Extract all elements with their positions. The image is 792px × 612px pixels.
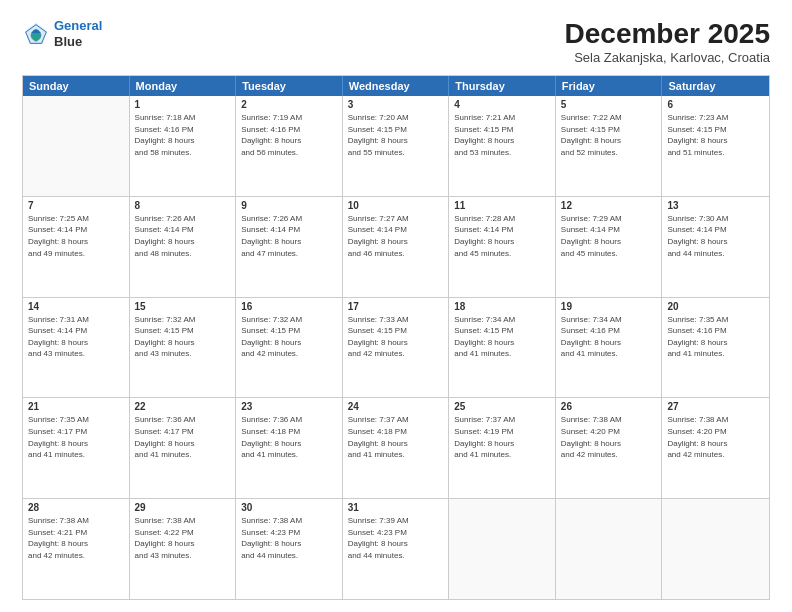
day-number: 31 <box>348 502 444 513</box>
day-number: 15 <box>135 301 231 312</box>
day-number: 10 <box>348 200 444 211</box>
logo-icon <box>22 20 50 48</box>
weekday-header: Tuesday <box>236 76 343 96</box>
day-number: 16 <box>241 301 337 312</box>
calendar-subtitle: Sela Zakanjska, Karlovac, Croatia <box>565 50 770 65</box>
day-info: Sunrise: 7:18 AMSunset: 4:16 PMDaylight:… <box>135 112 231 158</box>
weekday-header: Wednesday <box>343 76 450 96</box>
day-info: Sunrise: 7:30 AMSunset: 4:14 PMDaylight:… <box>667 213 764 259</box>
day-number: 26 <box>561 401 657 412</box>
calendar-cell: 2Sunrise: 7:19 AMSunset: 4:16 PMDaylight… <box>236 96 343 196</box>
calendar-cell: 3Sunrise: 7:20 AMSunset: 4:15 PMDaylight… <box>343 96 450 196</box>
day-info: Sunrise: 7:34 AMSunset: 4:16 PMDaylight:… <box>561 314 657 360</box>
weekday-header: Sunday <box>23 76 130 96</box>
day-number: 5 <box>561 99 657 110</box>
day-number: 29 <box>135 502 231 513</box>
day-number: 19 <box>561 301 657 312</box>
day-number: 20 <box>667 301 764 312</box>
calendar-cell: 23Sunrise: 7:36 AMSunset: 4:18 PMDayligh… <box>236 398 343 498</box>
day-info: Sunrise: 7:32 AMSunset: 4:15 PMDaylight:… <box>241 314 337 360</box>
calendar-cell: 21Sunrise: 7:35 AMSunset: 4:17 PMDayligh… <box>23 398 130 498</box>
calendar-cell: 16Sunrise: 7:32 AMSunset: 4:15 PMDayligh… <box>236 298 343 398</box>
calendar-cell: 14Sunrise: 7:31 AMSunset: 4:14 PMDayligh… <box>23 298 130 398</box>
calendar-cell: 7Sunrise: 7:25 AMSunset: 4:14 PMDaylight… <box>23 197 130 297</box>
calendar-cell: 1Sunrise: 7:18 AMSunset: 4:16 PMDaylight… <box>130 96 237 196</box>
day-number: 24 <box>348 401 444 412</box>
calendar-header: SundayMondayTuesdayWednesdayThursdayFrid… <box>23 76 769 96</box>
calendar-cell: 13Sunrise: 7:30 AMSunset: 4:14 PMDayligh… <box>662 197 769 297</box>
day-number: 11 <box>454 200 550 211</box>
calendar-cell <box>556 499 663 599</box>
day-number: 12 <box>561 200 657 211</box>
day-number: 7 <box>28 200 124 211</box>
day-info: Sunrise: 7:38 AMSunset: 4:20 PMDaylight:… <box>561 414 657 460</box>
calendar-cell: 24Sunrise: 7:37 AMSunset: 4:18 PMDayligh… <box>343 398 450 498</box>
calendar-cell <box>662 499 769 599</box>
calendar-cell: 31Sunrise: 7:39 AMSunset: 4:23 PMDayligh… <box>343 499 450 599</box>
calendar: SundayMondayTuesdayWednesdayThursdayFrid… <box>22 75 770 600</box>
title-block: December 2025 Sela Zakanjska, Karlovac, … <box>565 18 770 65</box>
logo: General Blue <box>22 18 102 49</box>
calendar-cell: 4Sunrise: 7:21 AMSunset: 4:15 PMDaylight… <box>449 96 556 196</box>
day-info: Sunrise: 7:26 AMSunset: 4:14 PMDaylight:… <box>135 213 231 259</box>
calendar-cell: 29Sunrise: 7:38 AMSunset: 4:22 PMDayligh… <box>130 499 237 599</box>
day-number: 18 <box>454 301 550 312</box>
day-info: Sunrise: 7:27 AMSunset: 4:14 PMDaylight:… <box>348 213 444 259</box>
day-number: 25 <box>454 401 550 412</box>
day-info: Sunrise: 7:25 AMSunset: 4:14 PMDaylight:… <box>28 213 124 259</box>
weekday-header: Saturday <box>662 76 769 96</box>
logo-text: General Blue <box>54 18 102 49</box>
day-info: Sunrise: 7:38 AMSunset: 4:22 PMDaylight:… <box>135 515 231 561</box>
header: General Blue December 2025 Sela Zakanjsk… <box>22 18 770 65</box>
day-info: Sunrise: 7:28 AMSunset: 4:14 PMDaylight:… <box>454 213 550 259</box>
day-number: 17 <box>348 301 444 312</box>
day-info: Sunrise: 7:37 AMSunset: 4:18 PMDaylight:… <box>348 414 444 460</box>
weekday-header: Thursday <box>449 76 556 96</box>
day-info: Sunrise: 7:33 AMSunset: 4:15 PMDaylight:… <box>348 314 444 360</box>
day-number: 2 <box>241 99 337 110</box>
day-info: Sunrise: 7:38 AMSunset: 4:23 PMDaylight:… <box>241 515 337 561</box>
day-number: 14 <box>28 301 124 312</box>
day-number: 3 <box>348 99 444 110</box>
day-info: Sunrise: 7:23 AMSunset: 4:15 PMDaylight:… <box>667 112 764 158</box>
calendar-cell: 28Sunrise: 7:38 AMSunset: 4:21 PMDayligh… <box>23 499 130 599</box>
day-info: Sunrise: 7:37 AMSunset: 4:19 PMDaylight:… <box>454 414 550 460</box>
day-number: 21 <box>28 401 124 412</box>
day-number: 4 <box>454 99 550 110</box>
calendar-title: December 2025 <box>565 18 770 50</box>
day-info: Sunrise: 7:32 AMSunset: 4:15 PMDaylight:… <box>135 314 231 360</box>
day-info: Sunrise: 7:35 AMSunset: 4:17 PMDaylight:… <box>28 414 124 460</box>
calendar-cell: 18Sunrise: 7:34 AMSunset: 4:15 PMDayligh… <box>449 298 556 398</box>
calendar-cell: 6Sunrise: 7:23 AMSunset: 4:15 PMDaylight… <box>662 96 769 196</box>
calendar-cell: 9Sunrise: 7:26 AMSunset: 4:14 PMDaylight… <box>236 197 343 297</box>
day-info: Sunrise: 7:36 AMSunset: 4:17 PMDaylight:… <box>135 414 231 460</box>
calendar-cell: 15Sunrise: 7:32 AMSunset: 4:15 PMDayligh… <box>130 298 237 398</box>
day-info: Sunrise: 7:38 AMSunset: 4:20 PMDaylight:… <box>667 414 764 460</box>
calendar-row: 1Sunrise: 7:18 AMSunset: 4:16 PMDaylight… <box>23 96 769 196</box>
calendar-cell: 26Sunrise: 7:38 AMSunset: 4:20 PMDayligh… <box>556 398 663 498</box>
calendar-body: 1Sunrise: 7:18 AMSunset: 4:16 PMDaylight… <box>23 96 769 599</box>
day-info: Sunrise: 7:34 AMSunset: 4:15 PMDaylight:… <box>454 314 550 360</box>
page: General Blue December 2025 Sela Zakanjsk… <box>0 0 792 612</box>
day-info: Sunrise: 7:26 AMSunset: 4:14 PMDaylight:… <box>241 213 337 259</box>
day-info: Sunrise: 7:29 AMSunset: 4:14 PMDaylight:… <box>561 213 657 259</box>
calendar-cell: 27Sunrise: 7:38 AMSunset: 4:20 PMDayligh… <box>662 398 769 498</box>
day-number: 6 <box>667 99 764 110</box>
day-info: Sunrise: 7:20 AMSunset: 4:15 PMDaylight:… <box>348 112 444 158</box>
day-number: 22 <box>135 401 231 412</box>
day-info: Sunrise: 7:22 AMSunset: 4:15 PMDaylight:… <box>561 112 657 158</box>
day-number: 1 <box>135 99 231 110</box>
day-number: 27 <box>667 401 764 412</box>
day-number: 30 <box>241 502 337 513</box>
day-number: 13 <box>667 200 764 211</box>
calendar-cell <box>449 499 556 599</box>
day-info: Sunrise: 7:36 AMSunset: 4:18 PMDaylight:… <box>241 414 337 460</box>
day-number: 23 <box>241 401 337 412</box>
calendar-cell: 20Sunrise: 7:35 AMSunset: 4:16 PMDayligh… <box>662 298 769 398</box>
day-info: Sunrise: 7:35 AMSunset: 4:16 PMDaylight:… <box>667 314 764 360</box>
calendar-cell: 25Sunrise: 7:37 AMSunset: 4:19 PMDayligh… <box>449 398 556 498</box>
day-number: 28 <box>28 502 124 513</box>
day-info: Sunrise: 7:19 AMSunset: 4:16 PMDaylight:… <box>241 112 337 158</box>
calendar-cell: 5Sunrise: 7:22 AMSunset: 4:15 PMDaylight… <box>556 96 663 196</box>
day-info: Sunrise: 7:39 AMSunset: 4:23 PMDaylight:… <box>348 515 444 561</box>
